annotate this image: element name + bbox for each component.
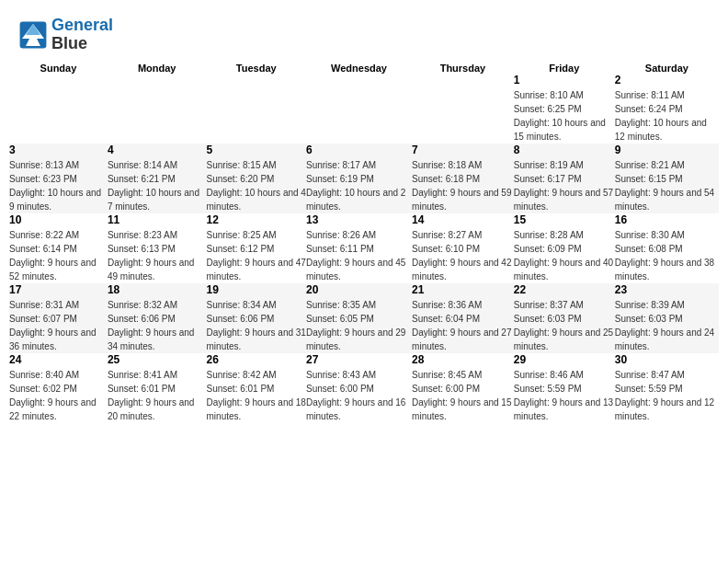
- day-info: Sunrise: 8:18 AMSunset: 6:18 PMDaylight:…: [412, 158, 514, 213]
- calendar-cell: 10Sunrise: 8:22 AMSunset: 6:14 PMDayligh…: [9, 213, 108, 283]
- day-info: Sunrise: 8:19 AMSunset: 6:17 PMDaylight:…: [514, 158, 615, 213]
- day-number: 30: [615, 353, 719, 366]
- calendar-cell: 9Sunrise: 8:21 AMSunset: 6:15 PMDaylight…: [615, 144, 719, 213]
- day-info: Sunrise: 8:22 AMSunset: 6:14 PMDaylight:…: [9, 228, 108, 283]
- day-number: 12: [207, 213, 306, 226]
- calendar-cell: 17Sunrise: 8:31 AMSunset: 6:07 PMDayligh…: [9, 283, 108, 353]
- day-info: Sunrise: 8:26 AMSunset: 6:11 PMDaylight:…: [306, 228, 412, 283]
- day-number: 1: [514, 74, 615, 86]
- day-info: Sunrise: 8:46 AMSunset: 5:59 PMDaylight:…: [514, 368, 615, 423]
- calendar-cell: 25Sunrise: 8:41 AMSunset: 6:01 PMDayligh…: [108, 353, 207, 423]
- weekday-header-wednesday: Wednesday: [306, 63, 412, 74]
- day-number: 11: [108, 213, 207, 226]
- day-number: 22: [514, 283, 615, 296]
- weekday-header-friday: Friday: [514, 63, 615, 74]
- day-number: 8: [514, 144, 615, 156]
- day-info: Sunrise: 8:10 AMSunset: 6:25 PMDaylight:…: [514, 88, 615, 144]
- calendar-cell: 2Sunrise: 8:11 AMSunset: 6:24 PMDaylight…: [615, 74, 719, 144]
- page-header: General Blue: [0, 0, 728, 63]
- day-info: Sunrise: 8:45 AMSunset: 6:00 PMDaylight:…: [412, 368, 514, 423]
- day-number: 5: [207, 144, 306, 156]
- week-row-5: 24Sunrise: 8:40 AMSunset: 6:02 PMDayligh…: [9, 353, 719, 423]
- day-info: Sunrise: 8:42 AMSunset: 6:01 PMDaylight:…: [207, 368, 306, 423]
- calendar-cell: [9, 74, 108, 144]
- day-number: 23: [615, 283, 719, 296]
- day-number: 3: [9, 144, 108, 156]
- calendar-cell: 26Sunrise: 8:42 AMSunset: 6:01 PMDayligh…: [207, 353, 306, 423]
- calendar-cell: 30Sunrise: 8:47 AMSunset: 5:59 PMDayligh…: [615, 353, 719, 423]
- day-info: Sunrise: 8:25 AMSunset: 6:12 PMDaylight:…: [207, 228, 306, 283]
- day-number: 16: [615, 213, 719, 226]
- day-number: 27: [306, 353, 412, 366]
- day-info: Sunrise: 8:23 AMSunset: 6:13 PMDaylight:…: [108, 228, 207, 283]
- day-info: Sunrise: 8:28 AMSunset: 6:09 PMDaylight:…: [514, 228, 615, 283]
- calendar-cell: 23Sunrise: 8:39 AMSunset: 6:03 PMDayligh…: [615, 283, 719, 353]
- day-info: Sunrise: 8:31 AMSunset: 6:07 PMDaylight:…: [9, 298, 108, 353]
- day-info: Sunrise: 8:14 AMSunset: 6:21 PMDaylight:…: [108, 158, 207, 213]
- day-number: 14: [412, 213, 514, 226]
- day-info: Sunrise: 8:11 AMSunset: 6:24 PMDaylight:…: [615, 88, 719, 144]
- day-info: Sunrise: 8:47 AMSunset: 5:59 PMDaylight:…: [615, 368, 719, 423]
- logo-icon: [18, 20, 48, 50]
- day-number: 10: [9, 213, 108, 226]
- calendar-cell: 15Sunrise: 8:28 AMSunset: 6:09 PMDayligh…: [514, 213, 615, 283]
- day-info: Sunrise: 8:34 AMSunset: 6:06 PMDaylight:…: [207, 298, 306, 353]
- calendar-cell: 16Sunrise: 8:30 AMSunset: 6:08 PMDayligh…: [615, 213, 719, 283]
- day-info: Sunrise: 8:27 AMSunset: 6:10 PMDaylight:…: [412, 228, 514, 283]
- calendar-table: SundayMondayTuesdayWednesdayThursdayFrid…: [9, 63, 719, 423]
- day-number: 21: [412, 283, 514, 296]
- day-number: 9: [615, 144, 719, 156]
- day-number: 7: [412, 144, 514, 156]
- calendar-cell: 29Sunrise: 8:46 AMSunset: 5:59 PMDayligh…: [514, 353, 615, 423]
- calendar-cell: 24Sunrise: 8:40 AMSunset: 6:02 PMDayligh…: [9, 353, 108, 423]
- calendar-cell: 19Sunrise: 8:34 AMSunset: 6:06 PMDayligh…: [207, 283, 306, 353]
- day-number: 18: [108, 283, 207, 296]
- page-container: General Blue SundayMondayTuesdayWednesda…: [0, 0, 728, 432]
- day-number: 20: [306, 283, 412, 296]
- day-info: Sunrise: 8:35 AMSunset: 6:05 PMDaylight:…: [306, 298, 412, 353]
- day-info: Sunrise: 8:15 AMSunset: 6:20 PMDaylight:…: [207, 158, 306, 213]
- day-info: Sunrise: 8:37 AMSunset: 6:03 PMDaylight:…: [514, 298, 615, 353]
- calendar-cell: 4Sunrise: 8:14 AMSunset: 6:21 PMDaylight…: [108, 144, 207, 213]
- calendar-cell: 6Sunrise: 8:17 AMSunset: 6:19 PMDaylight…: [306, 144, 412, 213]
- calendar-cell: 27Sunrise: 8:43 AMSunset: 6:00 PMDayligh…: [306, 353, 412, 423]
- day-number: 2: [615, 74, 719, 86]
- weekday-header-sunday: Sunday: [9, 63, 108, 74]
- calendar-cell: [108, 74, 207, 144]
- logo-text: General Blue: [51, 17, 113, 53]
- weekday-header-row: SundayMondayTuesdayWednesdayThursdayFrid…: [9, 63, 719, 74]
- day-info: Sunrise: 8:13 AMSunset: 6:23 PMDaylight:…: [9, 158, 108, 213]
- day-number: 13: [306, 213, 412, 226]
- day-number: 19: [207, 283, 306, 296]
- calendar-cell: 22Sunrise: 8:37 AMSunset: 6:03 PMDayligh…: [514, 283, 615, 353]
- day-info: Sunrise: 8:21 AMSunset: 6:15 PMDaylight:…: [615, 158, 719, 213]
- day-info: Sunrise: 8:36 AMSunset: 6:04 PMDaylight:…: [412, 298, 514, 353]
- calendar-cell: 13Sunrise: 8:26 AMSunset: 6:11 PMDayligh…: [306, 213, 412, 283]
- week-row-4: 17Sunrise: 8:31 AMSunset: 6:07 PMDayligh…: [9, 283, 719, 353]
- day-number: 4: [108, 144, 207, 156]
- calendar-cell: 8Sunrise: 8:19 AMSunset: 6:17 PMDaylight…: [514, 144, 615, 213]
- weekday-header-saturday: Saturday: [615, 63, 719, 74]
- calendar-cell: [306, 74, 412, 144]
- day-info: Sunrise: 8:43 AMSunset: 6:00 PMDaylight:…: [306, 368, 412, 423]
- day-info: Sunrise: 8:40 AMSunset: 6:02 PMDaylight:…: [9, 368, 108, 423]
- day-number: 25: [108, 353, 207, 366]
- logo: General Blue: [18, 17, 113, 53]
- day-info: Sunrise: 8:39 AMSunset: 6:03 PMDaylight:…: [615, 298, 719, 353]
- calendar-cell: [207, 74, 306, 144]
- day-number: 15: [514, 213, 615, 226]
- day-info: Sunrise: 8:32 AMSunset: 6:06 PMDaylight:…: [108, 298, 207, 353]
- week-row-1: 1Sunrise: 8:10 AMSunset: 6:25 PMDaylight…: [9, 74, 719, 144]
- day-info: Sunrise: 8:30 AMSunset: 6:08 PMDaylight:…: [615, 228, 719, 283]
- day-number: 28: [412, 353, 514, 366]
- day-info: Sunrise: 8:17 AMSunset: 6:19 PMDaylight:…: [306, 158, 412, 213]
- day-number: 17: [9, 283, 108, 296]
- calendar-cell: 3Sunrise: 8:13 AMSunset: 6:23 PMDaylight…: [9, 144, 108, 213]
- week-row-3: 10Sunrise: 8:22 AMSunset: 6:14 PMDayligh…: [9, 213, 719, 283]
- calendar-cell: 20Sunrise: 8:35 AMSunset: 6:05 PMDayligh…: [306, 283, 412, 353]
- day-number: 29: [514, 353, 615, 366]
- weekday-header-monday: Monday: [108, 63, 207, 74]
- calendar-cell: 21Sunrise: 8:36 AMSunset: 6:04 PMDayligh…: [412, 283, 514, 353]
- day-number: 26: [207, 353, 306, 366]
- calendar-cell: 28Sunrise: 8:45 AMSunset: 6:00 PMDayligh…: [412, 353, 514, 423]
